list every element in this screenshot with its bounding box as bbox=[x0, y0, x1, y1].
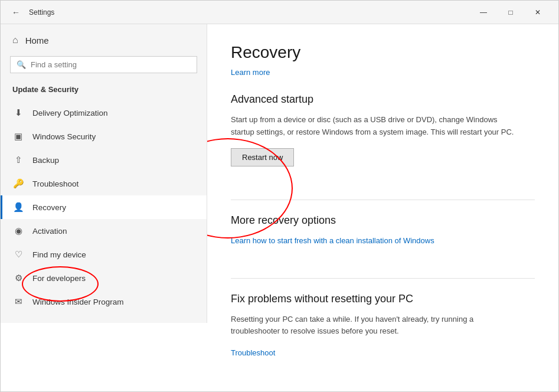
restart-now-button[interactable]: Restart now bbox=[231, 148, 294, 166]
sidebar-item-troubleshoot[interactable]: 🔑 Troubleshoot bbox=[1, 172, 207, 195]
home-icon: ⌂ bbox=[12, 35, 18, 45]
sidebar-item-label: Windows Security bbox=[32, 132, 96, 141]
delivery-optimization-icon: ⬇ bbox=[12, 107, 24, 118]
maximize-button[interactable]: □ bbox=[497, 1, 524, 24]
activation-icon: ◉ bbox=[12, 226, 24, 236]
find-my-device-icon: ♡ bbox=[12, 249, 24, 260]
content-area: ⌂ Home 🔍 Update & Security ⬇ Delivery Op… bbox=[1, 24, 558, 391]
sidebar-section-title: Update & Security bbox=[1, 83, 207, 101]
search-box: 🔍 bbox=[10, 56, 197, 73]
clean-install-link[interactable]: Learn how to start fresh with a clean in… bbox=[231, 236, 434, 245]
main-content: Recovery Learn more Advanced startup Sta… bbox=[207, 24, 558, 377]
settings-window: ← Settings — □ ✕ ⌂ Home 🔍 bbox=[0, 0, 559, 392]
sidebar-item-home[interactable]: ⌂ Home bbox=[1, 24, 207, 56]
backup-icon: ⇧ bbox=[12, 155, 24, 165]
sidebar-item-windows-insider[interactable]: ✉ Windows Insider Program bbox=[1, 290, 207, 313]
titlebar: ← Settings — □ ✕ bbox=[1, 1, 558, 24]
sidebar-item-activation[interactable]: ◉ Activation bbox=[1, 219, 207, 243]
sidebar-item-label: Activation bbox=[32, 227, 67, 236]
divider-2 bbox=[231, 278, 535, 279]
sidebar-item-label: Recovery bbox=[32, 203, 66, 212]
sidebar-item-label: Windows Insider Program bbox=[32, 298, 124, 306]
advanced-startup-title: Advanced startup bbox=[231, 93, 535, 106]
back-button[interactable]: ← bbox=[8, 4, 24, 21]
close-button[interactable]: ✕ bbox=[524, 1, 551, 24]
sidebar-item-label: Troubleshoot bbox=[32, 179, 79, 188]
recovery-icon: 👤 bbox=[12, 202, 24, 213]
sidebar-item-label: Backup bbox=[32, 156, 59, 165]
minimize-button[interactable]: — bbox=[470, 1, 497, 24]
windows-insider-icon: ✉ bbox=[12, 296, 24, 307]
fix-problems-desc: Resetting your PC can take a while. If y… bbox=[231, 313, 514, 338]
windows-security-icon: ▣ bbox=[12, 131, 24, 142]
sidebar-item-windows-security[interactable]: ▣ Windows Security bbox=[1, 125, 207, 148]
sidebar-item-delivery-optimization[interactable]: ⬇ Delivery Optimization bbox=[1, 101, 207, 125]
more-recovery-options-title: More recovery options bbox=[231, 214, 535, 227]
troubleshoot-link[interactable]: Troubleshoot bbox=[231, 348, 275, 357]
sidebar-item-label: Find my device bbox=[32, 250, 86, 259]
sidebar-item-label: Delivery Optimization bbox=[32, 109, 108, 117]
search-icon: 🔍 bbox=[17, 60, 26, 69]
sidebar-home-label: Home bbox=[25, 35, 49, 45]
page-title: Recovery bbox=[231, 43, 535, 62]
window-title: Settings bbox=[29, 8, 54, 17]
divider-1 bbox=[231, 200, 535, 200]
window-controls: — □ ✕ bbox=[470, 1, 551, 24]
sidebar-item-label: For developers bbox=[32, 274, 86, 283]
sidebar: ⌂ Home 🔍 Update & Security ⬇ Delivery Op… bbox=[1, 24, 207, 323]
sidebar-item-for-developers[interactable]: ⚙ For developers bbox=[1, 266, 207, 290]
troubleshoot-icon: 🔑 bbox=[12, 178, 24, 189]
sidebar-item-backup[interactable]: ⇧ Backup bbox=[1, 148, 207, 172]
fix-problems-title: Fix problems without resetting your PC bbox=[231, 293, 535, 305]
sidebar-item-find-my-device[interactable]: ♡ Find my device bbox=[1, 243, 207, 266]
sidebar-item-recovery[interactable]: 👤 Recovery bbox=[1, 195, 207, 219]
for-developers-icon: ⚙ bbox=[12, 273, 24, 283]
learn-more-link[interactable]: Learn more bbox=[231, 68, 270, 77]
advanced-startup-desc: Start up from a device or disc (such as … bbox=[231, 114, 514, 139]
search-input[interactable] bbox=[31, 60, 191, 69]
